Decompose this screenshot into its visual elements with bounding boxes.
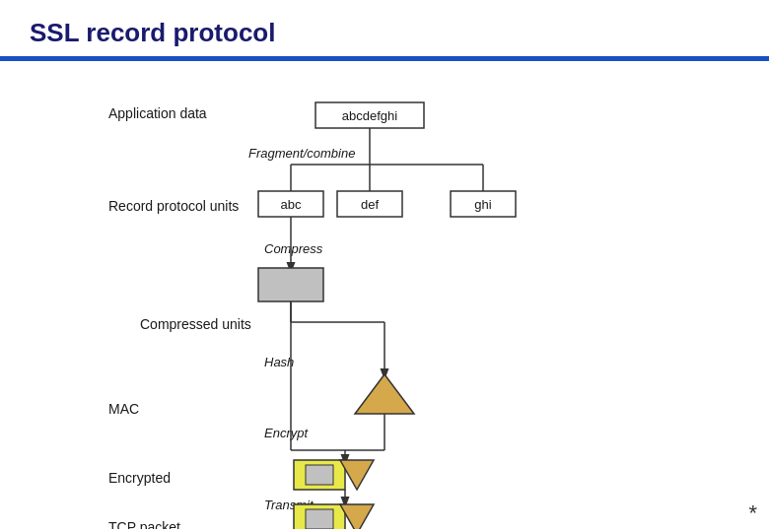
content-area: Application data abcdefghi Fragment/comb…: [0, 61, 769, 529]
svg-text:abc: abc: [281, 197, 302, 212]
svg-text:Compress: Compress: [264, 241, 323, 256]
page-title: SSL record protocol: [0, 0, 769, 56]
svg-rect-32: [306, 465, 333, 485]
svg-text:TCP packet: TCP packet: [108, 519, 180, 529]
svg-text:Encrypt: Encrypt: [264, 426, 309, 440]
svg-rect-38: [306, 509, 333, 529]
svg-text:def: def: [361, 197, 379, 212]
svg-text:ghi: ghi: [474, 197, 491, 212]
svg-text:Record protocol units: Record protocol units: [108, 198, 239, 214]
asterisk: *: [748, 500, 757, 526]
svg-text:Fragment/combine: Fragment/combine: [248, 146, 355, 161]
svg-text:MAC: MAC: [108, 401, 139, 417]
svg-text:Encrypted: Encrypted: [108, 470, 171, 486]
svg-rect-18: [258, 268, 323, 301]
svg-text:Compressed units: Compressed units: [140, 316, 251, 332]
application-data-label: Application data: [108, 105, 207, 121]
svg-text:abcdefghi: abcdefghi: [342, 108, 397, 123]
svg-text:Hash: Hash: [264, 355, 294, 369]
svg-marker-24: [355, 374, 414, 414]
